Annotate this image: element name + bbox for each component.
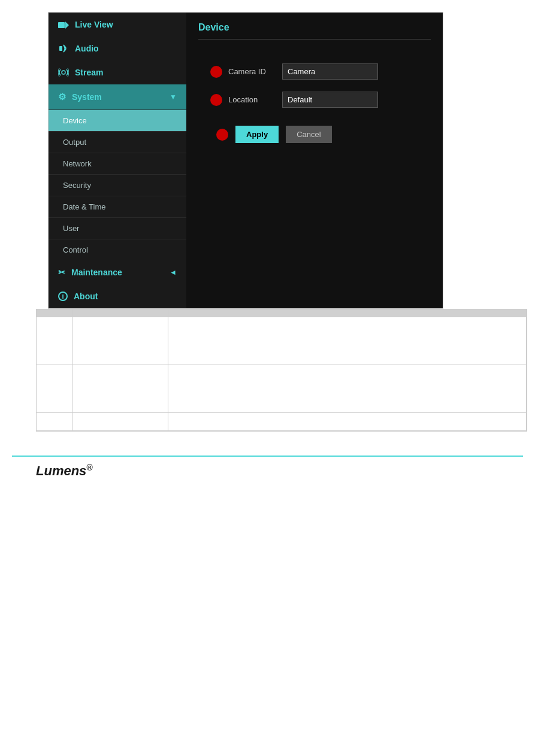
table-row bbox=[37, 317, 527, 365]
svg-marker-1 bbox=[65, 22, 69, 29]
submenu-label-output: Output bbox=[63, 138, 86, 147]
location-input[interactable] bbox=[282, 92, 378, 108]
submenu-item-network[interactable]: Network bbox=[49, 153, 186, 174]
cancel-button[interactable]: Cancel bbox=[286, 126, 331, 143]
table-cell-r3c2 bbox=[72, 413, 168, 430]
page-title: Device bbox=[198, 22, 431, 40]
sidebar-label-about: About bbox=[74, 292, 98, 301]
lumens-logo: Lumens® bbox=[36, 463, 93, 479]
table-header-col3 bbox=[168, 309, 527, 317]
table-cell-r1c2 bbox=[72, 317, 168, 365]
camera-id-label: Camera ID bbox=[228, 67, 276, 76]
camera-id-indicator bbox=[210, 66, 222, 78]
sidebar-item-maintenance[interactable]: ✂ Maintenance ◄ bbox=[49, 260, 186, 284]
sidebar-item-about[interactable]: i About bbox=[49, 284, 186, 308]
table-row bbox=[37, 365, 527, 413]
table-cell-r2c2 bbox=[72, 365, 168, 412]
sidebar-item-live-view[interactable]: Live View bbox=[49, 13, 186, 37]
table-cell-r2c3 bbox=[168, 365, 527, 412]
camera-id-row: Camera ID bbox=[210, 63, 419, 80]
submenu-item-output[interactable]: Output bbox=[49, 131, 186, 153]
svg-rect-0 bbox=[58, 22, 65, 28]
location-label: Location bbox=[228, 95, 276, 104]
info-icon: i bbox=[58, 292, 68, 301]
submenu-label-security: Security bbox=[63, 181, 91, 190]
sidebar-label-live-view: Live View bbox=[75, 20, 113, 29]
sidebar: Live View Audio bbox=[49, 13, 186, 308]
sidebar-item-audio[interactable]: Audio bbox=[49, 37, 186, 60]
submenu-label-control: Control bbox=[63, 245, 88, 254]
location-indicator bbox=[210, 94, 222, 106]
sidebar-item-system[interactable]: ⚙ System ▼ bbox=[49, 84, 186, 110]
sidebar-label-maintenance: Maintenance bbox=[71, 268, 122, 277]
location-row: Location bbox=[210, 92, 419, 108]
video-icon bbox=[58, 21, 69, 28]
sidebar-label-system: System bbox=[72, 92, 102, 102]
table-row bbox=[37, 413, 527, 431]
data-table bbox=[36, 309, 527, 432]
footer: Lumens® bbox=[12, 456, 523, 485]
audio-icon bbox=[58, 44, 69, 53]
submenu-label-user: User bbox=[63, 224, 79, 233]
device-form: Camera ID Location Apply Cancel bbox=[198, 57, 431, 149]
apply-button[interactable]: Apply bbox=[235, 126, 279, 143]
svg-point-3 bbox=[62, 71, 65, 74]
stream-icon bbox=[58, 68, 69, 77]
submenu-label-network: Network bbox=[63, 159, 92, 168]
submenu-item-security[interactable]: Security bbox=[49, 174, 186, 196]
wrench-icon: ✂ bbox=[58, 268, 65, 277]
table-cell-r1c3 bbox=[168, 317, 527, 365]
maintenance-arrow: ◄ bbox=[170, 268, 177, 277]
table-cell-r1c1 bbox=[37, 317, 72, 365]
table-cell-r2c1 bbox=[37, 365, 72, 412]
system-arrow: ▼ bbox=[170, 93, 177, 101]
submenu-item-device[interactable]: Device bbox=[49, 110, 186, 131]
table-cell-r3c1 bbox=[37, 413, 72, 430]
ui-panel: Live View Audio bbox=[48, 12, 443, 309]
sidebar-item-stream[interactable]: Stream bbox=[49, 60, 186, 84]
submenu-item-datetime[interactable]: Date & Time bbox=[49, 196, 186, 217]
apply-indicator bbox=[216, 129, 228, 141]
submenu-label-device: Device bbox=[63, 116, 87, 125]
main-content: Device Camera ID Location Apply bbox=[186, 13, 443, 308]
gear-icon: ⚙ bbox=[58, 92, 66, 102]
submenu-item-control[interactable]: Control bbox=[49, 239, 186, 260]
sidebar-label-audio: Audio bbox=[75, 44, 99, 53]
submenu-label-datetime: Date & Time bbox=[63, 202, 106, 211]
svg-rect-2 bbox=[59, 46, 62, 51]
system-submenu: Device Output Network Security Date & Ti… bbox=[49, 110, 186, 260]
submenu-item-user[interactable]: User bbox=[49, 217, 186, 239]
button-row: Apply Cancel bbox=[210, 126, 419, 143]
table-header bbox=[37, 309, 527, 317]
table-header-col2 bbox=[72, 309, 168, 317]
camera-id-input[interactable] bbox=[282, 63, 378, 80]
sidebar-label-stream: Stream bbox=[75, 68, 103, 77]
table-header-col1 bbox=[37, 309, 72, 317]
table-cell-r3c3 bbox=[168, 413, 527, 430]
